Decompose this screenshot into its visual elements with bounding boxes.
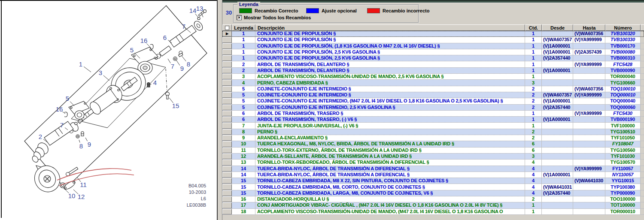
table-row[interactable]: 14 TUERCA-BRIDA-NYLOC, ÁRBOL DE TRANSMIS… (222, 172, 644, 178)
diagram-callout-8[interactable]: 8 (187, 60, 190, 68)
row-selector[interactable] (222, 190, 232, 196)
table-row[interactable]: 2 ARBOL DE TRANSMISIÓN, DELANTERO § 1 (V… (222, 61, 644, 67)
row-selector[interactable] (222, 202, 232, 208)
diagram-callout-9[interactable]: 9 (180, 65, 184, 72)
table-row[interactable]: 11 TORNILLO-TORX-EXTERNO, ÁRBOL DE TRANS… (222, 148, 644, 154)
row-selector[interactable] (222, 117, 232, 122)
cell-ctd: 4 (525, 160, 542, 165)
select-all-box[interactable] (225, 26, 229, 30)
row-selector[interactable] (222, 61, 232, 67)
table-row[interactable]: 12 ARANDELA-SELLANTE, ÁRBOL DE TRANSMISI… (222, 154, 644, 160)
select-all-header[interactable] (222, 24, 232, 31)
diagram-callout-7[interactable]: 7 (60, 121, 64, 129)
cell-desde (542, 160, 573, 165)
show-all-parts-option[interactable]: ✕ Mostrar Todos los Recambios (237, 15, 311, 20)
table-row[interactable]: 4 PERNO, CABEZA EMBRIDADA § 3 TYG100660 (222, 80, 644, 86)
table-row[interactable]: 1 CONJUNTO EJE DE PROPULSIÓN, (1,8 K16 G… (222, 43, 644, 49)
diagram-callout-13[interactable]: 13 (196, 5, 204, 12)
row-selector[interactable] (222, 86, 232, 92)
row-selector[interactable] (222, 123, 232, 128)
row-selector[interactable] (222, 209, 232, 214)
row-selector[interactable] (222, 172, 232, 178)
table-row[interactable]: 15 TORNILLO-CABEZA EMBRIDADA, M8, CORTO,… (222, 184, 644, 190)
table-row[interactable]: 15 TORNILLO-CABEZA EMBRIDADA, M8 X 22, S… (222, 178, 644, 184)
table-row[interactable]: 9 ARANDELA-ENCLAVAMIENTO § 2 TYF101050 (222, 135, 644, 141)
row-selector[interactable] (222, 129, 232, 135)
diagram-callout-4[interactable]: 4 (153, 79, 157, 86)
row-selector[interactable] (222, 92, 232, 98)
table-row[interactable]: 7 JUNTA-EJE PROPULSOR-UNIVERSAL, (-) V6 … (222, 123, 644, 129)
cell-leyenda: 15 (232, 190, 255, 196)
row-selector[interactable]: ▶ (222, 31, 232, 36)
header-leyenda[interactable]: Leyenda (232, 24, 255, 31)
table-row[interactable]: 18 ACOPLAMIENTO VISCOSO-TRANSMISIÓN-UNID… (222, 209, 644, 215)
row-selector[interactable] (222, 43, 232, 49)
table-row[interactable]: 1 CONJUNTO EJE DE PROPULSIÓN, 2,5 KV6 GA… (222, 55, 644, 61)
diagram-callout-12[interactable]: 12 (78, 193, 85, 200)
table-row[interactable]: 6 ARBOL DE TRANSMISIÓN, TRASERO, (-) V6 … (222, 117, 644, 123)
row-selector[interactable] (222, 148, 232, 153)
row-selector[interactable] (222, 98, 232, 104)
table-row[interactable]: 14 TUERCA-BRIDA-NYLOC, ÁRBOL DE TRANSMIS… (222, 166, 644, 172)
diagram-callout-16[interactable]: 16 (56, 105, 63, 113)
row-selector[interactable] (222, 111, 232, 116)
diagram-callout-1[interactable]: 1 (79, 60, 82, 68)
row-selector[interactable] (222, 178, 232, 184)
row-selector[interactable] (222, 74, 232, 79)
table-row[interactable]: 17 CONJ AMORTIGUADOR VIBRAC- CIGÜEÑAL , … (222, 202, 644, 208)
table-row[interactable]: 5 COJINETE-CONJUNTO EJE INTERMEDIO § 2 (… (222, 92, 644, 98)
header-ctd[interactable]: Ctd. (525, 24, 542, 31)
table-row[interactable]: 5 COJINETE-CONJUNTO EJE INTERMEDIO, 2,5 … (222, 105, 644, 111)
row-selector[interactable] (222, 105, 232, 110)
header-desde[interactable]: Desde (542, 24, 573, 31)
diagram-callout-9[interactable]: 9 (88, 141, 91, 148)
table-row[interactable]: 1 CONJUNTO EJE DE PROPULSIÓN § 1 (V)WA60… (222, 37, 644, 43)
row-selector[interactable] (222, 154, 232, 159)
diagram-panel: 135166714138974155167289111012 B04.00510… (0, 0, 217, 220)
diagram-callout-5[interactable]: 5 (130, 46, 134, 54)
diagram-callout-5[interactable]: 5 (66, 95, 69, 102)
show-all-checkbox[interactable]: ✕ (237, 15, 242, 20)
diagram-callout-2[interactable]: 2 (39, 133, 42, 140)
table-row[interactable]: ▶ 1 CONJUNTO EJE DE PROPULSIÓN § 1 (V)WA… (222, 31, 644, 37)
table-row[interactable]: 8 PERNO § 2 TYG100510 (222, 129, 644, 135)
diagram-callout-10[interactable]: 10 (68, 192, 76, 199)
row-selector[interactable] (222, 68, 232, 73)
row-selector[interactable] (222, 141, 232, 147)
header-hasta[interactable]: Hasta (573, 24, 605, 31)
panel-splitter[interactable] (217, 0, 222, 220)
diagram-callout-6[interactable]: 6 (163, 34, 167, 41)
row-selector[interactable] (222, 49, 232, 55)
row-selector[interactable] (222, 184, 232, 190)
diagram-callout-3[interactable]: 3 (99, 69, 102, 76)
table-row[interactable]: 1 CONJUNTO EJE DE PROPULSIÓN, 2,5 KV6 GA… (222, 49, 644, 55)
diagram-callout-7[interactable]: 7 (182, 23, 185, 30)
row-selector[interactable] (222, 166, 232, 172)
table-row[interactable]: 2 ARBOL DE TRANSMISIÓN, DELANTERO § 1 (V… (222, 68, 644, 74)
table-row[interactable]: 5 COJINETE-CONJUNTO EJE INTERMEDIO, (M47… (222, 98, 644, 104)
header-numero[interactable]: Número (605, 24, 641, 31)
cell-filler (641, 37, 644, 42)
table-row[interactable]: 6 ARBOL DE TRANSMISIÓN, TRASERO § 1 (V)Y… (222, 111, 644, 117)
table-row[interactable]: 3 ACOPLAMIENTO VISCOSO-TRANSMISIÓN-UNIDA… (222, 74, 644, 80)
diagram-callout-7[interactable]: 7 (171, 63, 174, 70)
table-row[interactable]: 10 TUERCA HEXAGONAL, M8, NYLOC, BRIDA, Á… (222, 141, 644, 147)
row-selector[interactable] (222, 37, 232, 42)
table-row[interactable]: 16 DISTANCIADOR-HORQUILLA U § 2 TOO10000… (222, 196, 644, 202)
row-selector[interactable] (222, 135, 232, 141)
green-swatch (239, 8, 252, 13)
table-row[interactable]: 15 TORNILLO-CABEZA EMBRIDADA, LARGA, M8,… (222, 190, 644, 196)
table-row[interactable]: 13 TORNILLO-TORX-REBORDEADO, ÁRBOL DE TR… (222, 160, 644, 166)
row-selector[interactable] (222, 80, 232, 85)
header-descripcion[interactable]: Descripción (255, 24, 525, 31)
diagram-callout-14[interactable]: 14 (189, 7, 197, 14)
header-filler (641, 24, 644, 31)
diagram-callout-16[interactable]: 16 (140, 37, 148, 44)
diagram-callout-15[interactable]: 15 (172, 102, 179, 109)
row-selector[interactable] (222, 160, 232, 165)
diagram-callout-8[interactable]: 8 (79, 142, 83, 150)
row-selector[interactable] (222, 55, 232, 61)
row-selector[interactable] (222, 196, 232, 202)
table-row[interactable]: 5 COJINETE-CONJUNTO EJE INTERMEDIO § 2 (… (222, 86, 644, 92)
diagram-callout-11[interactable]: 11 (80, 181, 87, 188)
